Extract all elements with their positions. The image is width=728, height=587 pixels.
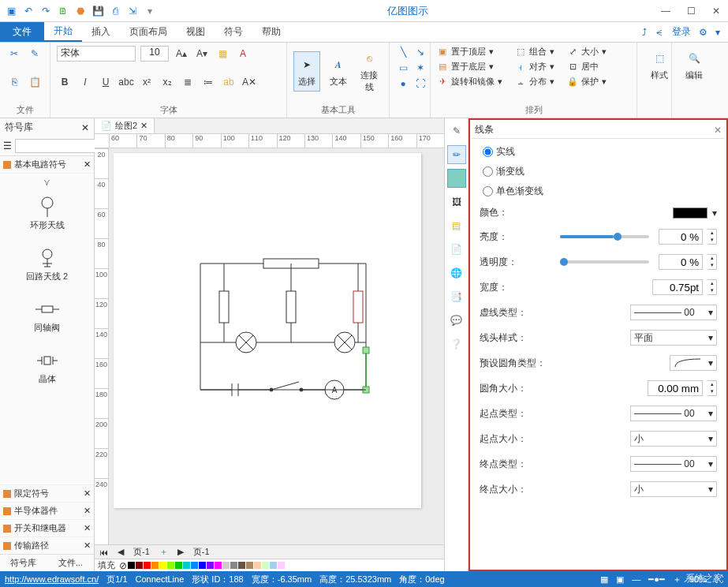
swatch[interactable] bbox=[128, 562, 135, 569]
brightness-slider[interactable] bbox=[560, 235, 649, 238]
symlib-tab-lib[interactable]: 符号库 bbox=[0, 555, 47, 571]
radio-mono-gradient[interactable] bbox=[483, 186, 493, 196]
zoom-slider[interactable]: ━●━ bbox=[648, 574, 665, 585]
styles-btn[interactable]: ⬚样式 bbox=[644, 46, 675, 84]
rp-tab-fill-icon[interactable]: ✎ bbox=[447, 122, 466, 140]
symlib-cat-transmission[interactable]: 传输路径✕ bbox=[0, 537, 94, 554]
cap-style-select[interactable]: 平面▾ bbox=[630, 330, 717, 346]
paste-icon[interactable]: 📋 bbox=[27, 74, 43, 90]
rp-tab-earth-icon[interactable]: 🌐 bbox=[447, 264, 466, 282]
group-btn[interactable]: ⬚组合▾ bbox=[515, 46, 554, 58]
no-fill-icon[interactable]: ⊘ bbox=[119, 560, 127, 571]
rp-tab-comment-icon[interactable]: 💬 bbox=[447, 311, 466, 330]
maximize-button[interactable]: ☐ bbox=[679, 3, 703, 19]
zoom-in-icon[interactable]: ＋ bbox=[673, 574, 681, 585]
brush-icon[interactable]: ✎ bbox=[27, 46, 43, 62]
bold-icon[interactable]: B bbox=[57, 74, 73, 90]
minimize-button[interactable]: — bbox=[654, 3, 678, 19]
strike-icon[interactable]: abc bbox=[118, 74, 134, 90]
tool-connector[interactable]: ⎋连接线 bbox=[356, 46, 383, 96]
opacity-slider[interactable] bbox=[560, 260, 649, 264]
line-width-input[interactable] bbox=[652, 279, 703, 295]
undo-icon[interactable]: ↶ bbox=[22, 5, 35, 17]
color-dropdown-icon[interactable]: ▾ bbox=[712, 208, 717, 219]
sym-item-ring-antenna[interactable]: 环形天线 bbox=[0, 191, 94, 242]
text-highlight-icon[interactable]: ab bbox=[221, 74, 237, 90]
shape-star-icon[interactable]: ✶ bbox=[413, 62, 427, 74]
rp-tab-shadow-icon[interactable] bbox=[447, 169, 466, 188]
rp-tab-help-icon[interactable]: ❔ bbox=[447, 335, 466, 353]
print-icon[interactable]: ⎙ bbox=[109, 5, 121, 17]
clear-format-icon[interactable]: A✕ bbox=[241, 74, 257, 90]
tool-select[interactable]: ➤选择 bbox=[293, 51, 320, 92]
view-icon-2[interactable]: ▣ bbox=[616, 574, 624, 585]
save-icon[interactable]: 💾 bbox=[91, 5, 104, 17]
end-size-select[interactable]: 小▾ bbox=[630, 481, 717, 497]
rotate-flip[interactable]: ✈旋转和镜像▾ bbox=[437, 76, 502, 88]
dash-type-select[interactable]: ————— 00▾ bbox=[630, 305, 717, 320]
symlib-cat-switch-relay[interactable]: 开关和继电器✕ bbox=[0, 519, 94, 537]
protect-btn[interactable]: 🔒保护▾ bbox=[567, 76, 607, 88]
symlib-category[interactable]: 基本电路符号 ✕ bbox=[0, 156, 94, 174]
radio-solid[interactable] bbox=[483, 147, 493, 157]
grow-font-icon[interactable]: A▴ bbox=[174, 46, 189, 62]
symlib-close-icon[interactable]: ✕ bbox=[81, 122, 89, 133]
shape-line-icon[interactable]: ╲ bbox=[396, 46, 410, 58]
page-first-icon[interactable]: ⏮ bbox=[99, 548, 108, 557]
login-link[interactable]: 登录 bbox=[672, 25, 691, 39]
size-btn[interactable]: ⤢大小▾ bbox=[567, 46, 607, 58]
sym-item-loop-antenna[interactable]: 回路天线 2 bbox=[0, 242, 94, 294]
edit-find-btn[interactable]: 🔍编辑 bbox=[678, 46, 710, 84]
symlib-menu-icon[interactable]: ☰ bbox=[3, 140, 12, 151]
page-prev-icon[interactable]: ◀ bbox=[118, 547, 124, 557]
distribute-btn[interactable]: ⫠分布▾ bbox=[515, 76, 554, 88]
zoom-out-icon[interactable]: — bbox=[632, 574, 640, 584]
close-button[interactable]: ✕ bbox=[704, 3, 728, 19]
start-type-select[interactable]: ————— 00▾ bbox=[630, 406, 717, 421]
tab-view[interactable]: 视图 bbox=[177, 22, 215, 42]
send-back[interactable]: ▤置于底层▾ bbox=[437, 61, 502, 73]
brightness-input[interactable] bbox=[659, 229, 703, 245]
app-menu-icon[interactable]: ▣ bbox=[5, 5, 17, 17]
page-label-2[interactable]: 页-1 bbox=[193, 546, 210, 558]
radio-gradient[interactable] bbox=[483, 166, 493, 177]
rp-tab-resource-icon[interactable]: 📑 bbox=[447, 287, 466, 306]
align-btn[interactable]: ⫞对齐▾ bbox=[515, 61, 554, 73]
tab-help[interactable]: 帮助 bbox=[252, 22, 290, 42]
underline-icon[interactable]: U bbox=[98, 74, 114, 90]
font-name-select[interactable]: 宋体 bbox=[57, 46, 136, 62]
sym-item-coax-valve[interactable]: 同轴阀 bbox=[0, 294, 94, 345]
tab-page-layout[interactable]: 页面布局 bbox=[120, 22, 177, 42]
open-icon[interactable]: ⬣ bbox=[74, 5, 87, 17]
rp-tab-picture-icon[interactable]: 🖼 bbox=[447, 193, 466, 211]
qat-more-icon[interactable]: ▾ bbox=[144, 5, 156, 17]
view-icon-1[interactable]: ▦ bbox=[600, 574, 608, 585]
shape-arrow-icon[interactable]: ↘ bbox=[413, 46, 427, 58]
share-export-icon[interactable]: ⤴ bbox=[642, 27, 647, 38]
symlib-tab-file[interactable]: 文件... bbox=[47, 555, 95, 571]
start-size-select[interactable]: 小▾ bbox=[630, 431, 717, 447]
bullets-icon[interactable]: ≔ bbox=[200, 74, 216, 90]
tool-text[interactable]: 𝑨文本 bbox=[325, 52, 352, 91]
copy-icon[interactable]: ⎘ bbox=[6, 74, 22, 90]
share-icon[interactable]: ⪪ bbox=[655, 27, 664, 38]
tab-start[interactable]: 开始 bbox=[44, 22, 82, 42]
rp-tab-page-icon[interactable]: 📄 bbox=[447, 240, 466, 259]
document-tab[interactable]: 📄 绘图2 ✕ bbox=[95, 118, 155, 133]
shape-crop-icon[interactable]: ⛶ bbox=[413, 77, 427, 90]
preset-corner-select[interactable]: ▾ bbox=[670, 355, 717, 371]
panel-close-icon[interactable]: ✕ bbox=[714, 125, 722, 136]
italic-icon[interactable]: I bbox=[77, 74, 93, 90]
center-btn[interactable]: ⊡居中 bbox=[567, 61, 607, 73]
tab-insert[interactable]: 插入 bbox=[82, 22, 120, 42]
cat-close-icon[interactable]: ✕ bbox=[84, 159, 91, 170]
export-icon[interactable]: ⇲ bbox=[126, 5, 139, 17]
redo-icon[interactable]: ↷ bbox=[39, 5, 52, 17]
line-color-swatch[interactable] bbox=[673, 208, 707, 219]
bring-front[interactable]: ▣置于顶层▾ bbox=[437, 46, 502, 58]
rp-tab-line-icon[interactable]: ✏ bbox=[447, 145, 466, 164]
corner-size-input[interactable] bbox=[648, 380, 703, 396]
highlight-icon[interactable]: ▦ bbox=[215, 46, 230, 62]
rp-tab-layer-icon[interactable]: ▤ bbox=[447, 216, 466, 235]
font-color-icon[interactable]: A bbox=[235, 46, 251, 62]
